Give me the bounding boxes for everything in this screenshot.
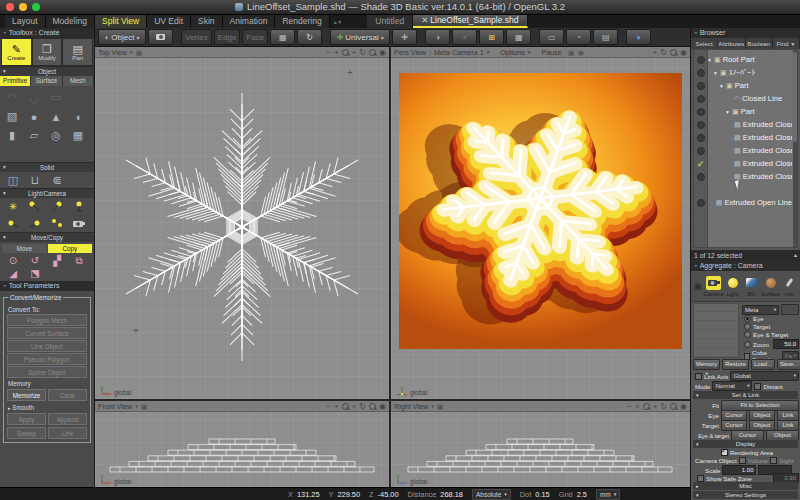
zoom-window-button[interactable] [32,3,40,11]
aggregate-tab-surface[interactable]: Surface [761,276,780,297]
radio-zoom-row[interactable]: Zoom50.0 [744,339,799,349]
primitive-oblique-icon[interactable]: ▱ [23,126,45,145]
primitive-cylinder-icon[interactable]: ▮ [1,126,23,145]
smooth-link-button[interactable]: Link [48,427,87,439]
rendering-area-checkbox[interactable] [721,449,728,456]
zoom-out-icon[interactable]: − [326,48,331,57]
opengl-sphere-button[interactable]: ● [626,29,651,45]
front-pan-icon[interactable]: + [352,402,357,411]
aggregate-list[interactable] [693,303,739,358]
tab-layout[interactable]: Layout [5,15,46,28]
front-settings-icon[interactable]: ▣ [141,402,148,411]
doc-tab-untitled[interactable]: Untitled [367,15,413,28]
browser-tab-select[interactable]: Select [691,38,718,49]
front-zoom-out-icon[interactable]: − [326,402,331,411]
eye-radio[interactable] [744,315,751,322]
camera-view-button[interactable] [148,29,173,45]
tree-item-extruded-closed[interactable]: ▤Extruded Closed [708,170,792,183]
translate-tool-icon[interactable]: ⊙ [2,254,24,267]
zoom-radio[interactable] [744,341,751,348]
right-pan-icon[interactable]: + [653,402,658,411]
viewport-front[interactable]: Front View▾▣ − + + ↻ ◉ global [95,401,389,487]
view-layout-camera-button[interactable]: ◔ [566,29,591,45]
solid-subtract-icon[interactable]: ⊔ [24,172,46,188]
viewport-top[interactable]: Top View▾▣ − + + ↻ ◉ + + global [95,47,389,399]
right-zoom-tool-icon[interactable] [670,403,677,410]
convert-curved-surface-button[interactable]: Curved Surface [7,327,87,339]
edge-mode-button[interactable]: Edge [214,29,241,45]
visibility-dot[interactable] [697,147,705,155]
convert-pseudo-polygon-button[interactable]: Pseudo Polygon [7,353,87,365]
tree-scrollbar[interactable] [793,50,797,247]
snap-grid-button[interactable]: ▦ [270,29,295,45]
tab-modeling[interactable]: Modeling [46,15,96,28]
top-view-label[interactable]: Top View [98,48,127,57]
right-zoom-out-icon[interactable]: − [627,402,632,411]
zoom-value-field[interactable]: 50.0 [773,339,799,349]
array-tool-icon[interactable]: ⬔ [24,267,46,280]
pers-center-icon[interactable]: ◉ [680,48,687,57]
browser-tab-boolean[interactable]: Boolean [746,38,773,49]
face-mode-button[interactable]: Face [242,29,268,45]
zoom-in-icon[interactable]: + [334,48,339,57]
tree-item-closed-line[interactable]: ◠Closed Line [708,92,792,105]
point-light-icon[interactable]: ✳ [2,198,24,215]
section-object[interactable]: ▾Object [0,66,94,76]
right-zoom-in-icon[interactable]: + [635,402,640,411]
visibility-dot[interactable] [697,173,705,181]
front-view-canvas[interactable]: global [95,411,389,487]
section-light-camera[interactable]: ▾Light/Camera [0,188,94,198]
pers-view-canvas[interactable]: global [391,57,690,399]
primitive-cube-icon[interactable]: ▧ [1,107,23,126]
camera-save-button[interactable]: Save... [777,359,800,370]
radio-target-row[interactable]: Target [744,323,770,330]
browser-tab-attributes[interactable]: Attributes [718,38,745,49]
preview-mode-icon[interactable]: ◉ [578,48,584,57]
meta-dropdown[interactable]: Meta▾ [742,305,779,315]
minimize-window-button[interactable] [19,3,27,11]
visibility-dot[interactable] [697,134,705,142]
active-check-icon[interactable]: ✓ [697,159,705,169]
stereo-settings-section[interactable]: ▾Stereo Settings [693,491,798,499]
clear-button[interactable]: Clear [48,389,87,401]
tree-item-extruded-closed[interactable]: ▤Extruded Closed [708,157,792,170]
view-settings-icon[interactable]: ▣ [136,48,143,57]
visibility-dot[interactable] [697,69,705,77]
front-magnify-icon[interactable] [342,403,349,410]
close-window-button[interactable] [6,3,14,11]
rotate-view-button[interactable]: ↻ [297,29,322,45]
move-tab[interactable]: Move [2,244,47,253]
mode-dropdown[interactable]: Normal▾ [712,381,752,391]
browser-tree[interactable]: ✓ ▾▣Root Part ▾▣ｽﾉｰﾊﾟｰﾄ ▾▣Part ◠Closed L… [693,49,798,248]
tab-split-view[interactable]: Split View [95,15,147,28]
radio-eye-row[interactable]: Eye [744,315,764,322]
preview-quality-icon[interactable]: ▣ [568,48,575,57]
directional-light-icon[interactable] [24,215,46,232]
visibility-dot[interactable] [697,108,705,116]
pers-orbit-icon[interactable]: ↻ [660,48,667,57]
grid-snap-button[interactable]: ⊞ [479,29,504,45]
rotate-tool-icon[interactable]: ↺ [24,254,46,267]
aggregate-tab-info[interactable]: Info [780,276,799,297]
tree-item-extruded-closed[interactable]: ▤Extruded Closed [708,118,792,131]
section-solid[interactable]: ▾Solid [0,162,94,172]
tree-item-extruded-closed[interactable]: ▤Extruded Closed [708,131,792,144]
shading-sphere-button[interactable]: ◑ [425,29,450,45]
right-view-canvas[interactable]: global [391,411,690,487]
tab-animation[interactable]: Animation [223,15,276,28]
display-section[interactable]: ▾Display [693,440,798,448]
options-menu[interactable]: Options [500,48,525,57]
memorize-button[interactable]: Memorize [7,389,46,401]
toolbox-mode-part[interactable]: ▤Part [62,38,93,66]
visibility-dot[interactable] [697,199,705,207]
smooth-sweep-button[interactable]: Sweep [7,427,46,439]
browser-tab-find[interactable]: Find ▼ [773,38,800,49]
misc-section[interactable]: ▸Misc [693,482,798,490]
coordinate-mode-dropdown[interactable]: Absolute▾ [472,489,511,500]
magnify-icon[interactable] [342,49,349,56]
tool-parameters-header[interactable]: ◓Tool Parameters [0,281,94,291]
smooth-apply-button[interactable]: Apply [7,413,46,425]
set-link-section[interactable]: ▾Set & Link [693,391,798,399]
toolbox-mode-modify[interactable]: ❒Modify [32,38,63,66]
volume-checkbox[interactable] [739,457,746,464]
